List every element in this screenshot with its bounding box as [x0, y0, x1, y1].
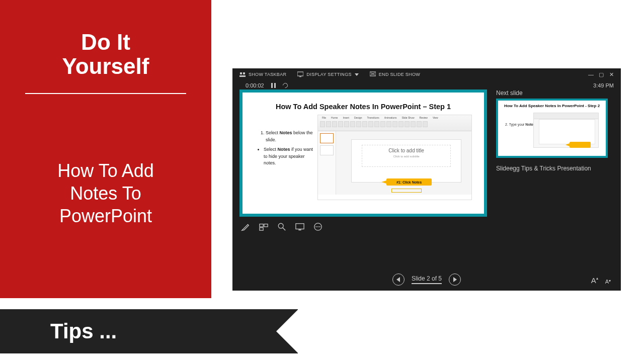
svg-point-17 [317, 226, 318, 227]
presenter-toolbar: SHOW TASKBAR DISPLAY SETTINGS END SLIDE … [232, 68, 621, 80]
presenter-content-row: How To Add Speaker Notes In PowerPoint –… [232, 89, 621, 237]
black-screen-button[interactable] [295, 222, 305, 232]
window-controls: — ▢ ✕ [588, 71, 614, 78]
click-notes-callout: #1: Click Notes [386, 178, 432, 186]
end-slideshow-button[interactable]: END SLIDE SHOW [370, 71, 420, 77]
svg-rect-10 [260, 228, 263, 230]
presenter-tools-row [239, 217, 487, 237]
pp-thumb-active [320, 133, 334, 143]
svg-rect-4 [299, 76, 301, 77]
embedded-powerpoint-mock: FileHomeInsertDesignTransitionsAnimation… [317, 115, 472, 200]
subtitle-line1: How To Add [0, 159, 211, 182]
svg-rect-2 [243, 72, 245, 74]
pp-slide-canvas: Click to add title Click to add subtitle [351, 139, 461, 183]
zoom-button[interactable] [277, 222, 287, 232]
presenter-view-window: SHOW TASKBAR DISPLAY SETTINGS END SLIDE … [232, 68, 621, 291]
elapsed-timer: 0:00:02 [246, 82, 264, 88]
instruction-step-1: Select Notes below the slide. [266, 130, 314, 143]
end-slideshow-label: END SLIDE SHOW [379, 72, 420, 77]
prev-slide-button[interactable] [392, 274, 405, 286]
current-slide-column: How To Add Speaker Notes In PowerPoint –… [239, 89, 487, 237]
subtitle-line2: Notes To [0, 182, 211, 205]
current-slide-title: How To Add Speaker Notes In PowerPoint –… [255, 100, 472, 111]
pp-ribbon: FileHomeInsertDesignTransitionsAnimation… [318, 115, 471, 131]
next-slide-callout [570, 142, 591, 148]
end-show-icon [370, 71, 376, 77]
pen-tool-button[interactable] [240, 222, 251, 232]
close-button[interactable]: ✕ [609, 71, 614, 78]
minimize-button[interactable]: — [588, 71, 594, 78]
display-settings-label: DISPLAY SETTINGS [306, 72, 352, 77]
show-taskbar-label: SHOW TASKBAR [249, 72, 286, 77]
current-slide-inner: How To Add Speaker Notes In PowerPoint –… [255, 100, 472, 207]
subtitle-line3: PowerPoint [0, 205, 211, 227]
next-slide-label: Next slide [496, 89, 614, 97]
show-taskbar-button[interactable]: SHOW TASKBAR [239, 71, 286, 77]
diy-heading-line2: Yourself [0, 54, 211, 78]
taskbar-icon [239, 71, 246, 77]
svg-rect-3 [297, 72, 303, 76]
slide-stage: Do It Yourself How To Add Notes To Power… [0, 0, 644, 362]
svg-rect-8 [260, 224, 263, 227]
slide-instruction-text: Select Notes below the slide. Select Not… [255, 115, 317, 200]
notes-button-highlight [391, 189, 422, 193]
next-slide-button[interactable] [449, 274, 461, 286]
tips-ribbon: Tips ... [0, 309, 298, 353]
pp-editing-canvas: Click to add title Click to add subtitle… [336, 131, 471, 195]
arrow-left-icon [396, 277, 400, 282]
presenter-status-bar: 0:00:02 3:49 PM [232, 80, 621, 89]
slide-counter: Slide 2 of 5 [412, 275, 442, 284]
wall-clock: 3:49 PM [593, 82, 614, 88]
svg-rect-9 [264, 224, 268, 227]
current-slide-preview[interactable]: How To Add Speaker Notes In PowerPoint –… [239, 89, 487, 217]
diy-heading-line1: Do It [0, 30, 211, 54]
tips-text: Tips ... [0, 309, 298, 353]
svg-rect-1 [240, 72, 242, 74]
arrow-right-icon [453, 277, 457, 282]
presentation-title: Slideegg Tips & Tricks Presentation [496, 165, 614, 172]
decrease-font-button[interactable]: A▾ [605, 279, 611, 285]
svg-point-18 [319, 226, 320, 227]
svg-line-12 [283, 228, 285, 230]
pause-button[interactable] [271, 83, 276, 88]
maximize-button[interactable]: ▢ [599, 71, 604, 78]
chevron-down-icon [355, 73, 359, 76]
red-panel: Do It Yourself How To Add Notes To Power… [0, 0, 211, 298]
svg-point-11 [278, 223, 283, 228]
instruction-step-2: Select Notes if you want to hide your sp… [264, 146, 314, 167]
slide-navigation: Slide 2 of 5 [232, 274, 621, 286]
more-options-button[interactable] [313, 222, 323, 232]
next-slide-title: How To Add Speaker Notes In PowerPoint -… [498, 101, 606, 108]
restart-timer-button[interactable] [282, 82, 289, 89]
subtitle: How To Add Notes To PowerPoint [0, 159, 211, 227]
increase-font-button[interactable]: A▴ [591, 276, 598, 285]
svg-rect-13 [296, 224, 304, 229]
pp-thumb [320, 145, 334, 155]
heading-divider [25, 93, 186, 94]
see-all-slides-button[interactable] [259, 222, 269, 232]
diy-heading: Do It Yourself [0, 0, 211, 79]
next-slide-step-text: 2. Type your Notes [505, 123, 535, 126]
notes-font-controls: A▴ A▾ [591, 276, 611, 285]
display-settings-button[interactable]: DISPLAY SETTINGS [297, 71, 359, 77]
pp-thumbnail-pane [318, 131, 336, 195]
svg-rect-14 [298, 229, 301, 230]
svg-point-16 [315, 226, 316, 227]
next-slide-column: Next slide How To Add Speaker Notes In P… [496, 89, 614, 237]
svg-rect-0 [239, 75, 246, 77]
next-slide-preview[interactable]: How To Add Speaker Notes In PowerPoint -… [496, 99, 608, 158]
monitor-icon [297, 71, 303, 77]
